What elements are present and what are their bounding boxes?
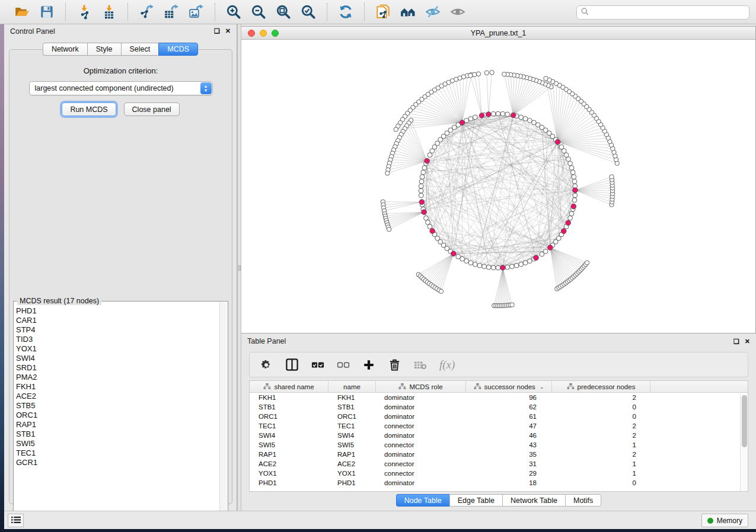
table-cell[interactable]: 2 (552, 394, 650, 401)
mcds-result-item[interactable]: PMA2 (16, 373, 218, 382)
table-cell[interactable]: 29 (466, 470, 552, 477)
vertical-splitter[interactable] (237, 24, 241, 511)
table-cell[interactable]: 61 (466, 413, 552, 420)
table-cell[interactable]: 47 (466, 422, 552, 430)
table-cell[interactable]: ORC1 (250, 413, 328, 420)
column-header-MCDS-role[interactable]: MCDS role (376, 381, 466, 392)
table-cell[interactable]: PHD1 (250, 479, 328, 486)
hide-annotations-icon[interactable] (423, 2, 443, 21)
table-row[interactable]: ACE2ACE2connector311 (250, 459, 748, 469)
home-icon[interactable] (398, 2, 418, 21)
table-cell[interactable]: SWI5 (328, 441, 376, 448)
splitter-grip[interactable] (238, 265, 241, 271)
table-cell[interactable]: TEC1 (250, 422, 328, 430)
zoom-out-icon[interactable] (248, 2, 269, 21)
optimization-criterion-select[interactable]: largest connected component (undirected)… (29, 81, 213, 95)
table-cell[interactable]: 46 (466, 432, 552, 439)
run-mcds-button[interactable]: Run MCDS (62, 102, 116, 116)
table-cell[interactable]: ACE2 (250, 460, 328, 467)
table-row[interactable]: PHD1PHD1dominator180 (250, 478, 748, 488)
table-cell[interactable]: 0 (552, 479, 650, 486)
mcds-result-list[interactable]: PHD1CAR1STP4TID3YOX1SWI4SRD1PMA2FKH1ACE2… (16, 306, 218, 514)
table-cell[interactable]: PHD1 (328, 479, 376, 486)
table-cell[interactable]: RAP1 (250, 451, 328, 458)
table-cell[interactable]: 0 (552, 403, 650, 411)
import-table-icon[interactable] (99, 2, 119, 21)
float-window-icon[interactable]: ❑ (214, 28, 220, 34)
table-cell[interactable]: 2 (552, 451, 650, 458)
zoom-selected-icon[interactable] (298, 2, 318, 21)
mcds-result-item[interactable]: YOX1 (16, 344, 218, 354)
show-annotations-icon[interactable] (448, 2, 468, 21)
tab-network[interactable]: Network (43, 43, 87, 56)
scrollbar-thumb[interactable] (742, 395, 747, 447)
delete-icon[interactable] (388, 357, 401, 373)
table-cell[interactable]: ACE2 (328, 460, 376, 467)
close-panel-icon[interactable]: ✕ (225, 28, 231, 34)
table-cell[interactable]: 18 (466, 479, 552, 486)
mcds-result-item[interactable]: PHD1 (16, 306, 218, 316)
table-cell[interactable]: dominator (376, 394, 466, 401)
table-cell[interactable]: connector (376, 460, 466, 467)
zoom-fit-icon[interactable] (273, 2, 294, 21)
table-cell[interactable]: connector (376, 422, 466, 430)
table-cell[interactable]: 1 (552, 460, 650, 467)
mcds-result-item[interactable]: SWI5 (16, 439, 218, 448)
refresh-icon[interactable] (336, 2, 356, 21)
table-cell[interactable]: FKH1 (250, 394, 328, 401)
table-cell[interactable]: dominator (376, 403, 466, 411)
table-cell[interactable]: SWI5 (250, 441, 328, 448)
table-cell[interactable]: YOX1 (328, 470, 376, 477)
mcds-result-item[interactable]: FKH1 (16, 382, 218, 392)
network-canvas[interactable] (241, 40, 755, 333)
select-all-icon[interactable] (311, 357, 324, 373)
tab-node-table[interactable]: Node Table (396, 494, 449, 507)
float-window-icon[interactable]: ❑ (733, 338, 739, 345)
table-cell[interactable]: 35 (466, 451, 552, 458)
table-cell[interactable]: connector (376, 470, 466, 477)
table-row[interactable]: SWI4SWI4dominator462 (250, 431, 748, 440)
export-image-icon[interactable] (186, 2, 206, 21)
mcds-result-item[interactable]: SWI4 (16, 354, 218, 363)
column-header-successor-nodes[interactable]: successor nodes⌄ (466, 381, 552, 392)
table-cell[interactable]: 2 (552, 422, 650, 430)
network-graph[interactable] (241, 40, 755, 333)
mcds-result-item[interactable]: STP4 (16, 325, 218, 335)
column-header-shared-name[interactable]: shared name (250, 381, 328, 392)
zoom-in-icon[interactable] (224, 2, 244, 21)
mcds-result-item[interactable]: STB5 (16, 401, 218, 411)
open-folder-icon[interactable] (12, 2, 32, 21)
mcds-result-item[interactable]: GCR1 (16, 458, 218, 467)
mcds-result-item[interactable]: ORC1 (16, 411, 218, 420)
table-cell[interactable]: 43 (466, 441, 552, 448)
tab-mcds[interactable]: MCDS (158, 43, 198, 56)
table-cell[interactable]: dominator (376, 479, 466, 486)
save-icon[interactable] (37, 2, 57, 21)
network-snapshot-icon[interactable] (373, 2, 393, 21)
add-icon[interactable] (362, 357, 375, 373)
search-input[interactable] (592, 7, 749, 18)
table-cell[interactable]: RAP1 (328, 451, 376, 458)
column-header-name[interactable]: name (328, 381, 376, 392)
close-panel-button[interactable]: Close panel (124, 102, 180, 116)
result-scrollbar[interactable] (219, 302, 227, 515)
close-panel-icon[interactable]: ✕ (745, 338, 750, 345)
table-row[interactable]: SWI5SWI5connector431 (250, 440, 748, 450)
table-cell[interactable]: dominator (376, 413, 466, 420)
export-network-icon[interactable] (136, 2, 157, 21)
table-scrollbar[interactable] (740, 393, 748, 491)
table-row[interactable]: ORC1ORC1dominator610 (250, 412, 748, 421)
table-cell[interactable]: STB1 (250, 403, 328, 411)
mcds-result-item[interactable]: ACE2 (16, 392, 218, 401)
table-cell[interactable]: 62 (466, 403, 552, 411)
table-cell[interactable]: 1 (552, 470, 650, 477)
mcds-result-item[interactable]: STB1 (16, 430, 218, 439)
table-cell[interactable]: 31 (466, 460, 552, 467)
tab-motifs[interactable]: Motifs (565, 494, 601, 507)
table-row[interactable]: STB1STB1dominator620 (250, 402, 748, 412)
table-cell[interactable]: 0 (552, 413, 650, 420)
table-cell[interactable]: 1 (552, 441, 650, 448)
column-header-predecessor-nodes[interactable]: predecessor nodes (552, 381, 650, 392)
table-cell[interactable]: TEC1 (328, 422, 376, 430)
mcds-result-item[interactable]: TEC1 (16, 448, 218, 458)
